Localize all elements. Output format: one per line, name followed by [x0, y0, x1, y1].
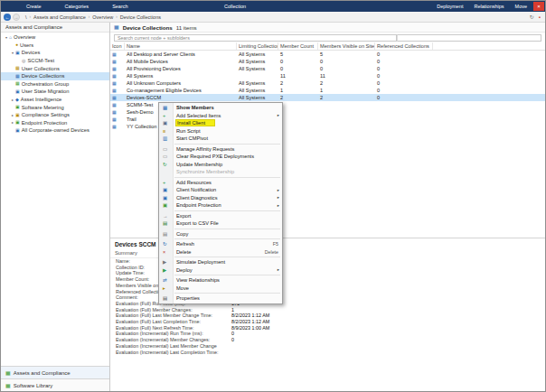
- column-header-limiting-collection[interactable]: Limiting Collection: [237, 42, 278, 50]
- sidebar-item-orchestration-group[interactable]: ▦Orchestration Group: [1, 80, 109, 89]
- menu-item-client-notification[interactable]: ▣Client Notification▸: [159, 186, 282, 194]
- sidebar-item-software-metering[interactable]: ▣Software Metering: [1, 103, 109, 111]
- column-header-referenced-collections[interactable]: Referenced Collections: [375, 42, 433, 50]
- table-row-all-provisioning-devices[interactable]: ▦All Provisioning DevicesAll Systems000: [110, 65, 545, 72]
- ribbon-tab-deployment[interactable]: Deployment: [437, 1, 463, 12]
- nav-alert-icon[interactable]: ▪: [539, 14, 541, 20]
- cell-referenced-collections: 0: [375, 79, 433, 87]
- app-window: CreateCategoriesSearch Collection Deploy…: [0, 0, 546, 392]
- menu-item-manage-affinity-requests[interactable]: ▭Manage Affinity Requests: [159, 145, 282, 154]
- ribbon-tab-move[interactable]: Move: [515, 1, 527, 12]
- menu-item-move[interactable]: ▸Move: [159, 285, 282, 293]
- cell-limiting-collection: All Systems: [237, 79, 278, 87]
- cell-members-visible: 0: [318, 65, 375, 72]
- sidebar-item-device-collections[interactable]: ▦Device Collections: [1, 72, 109, 80]
- sidebar-item-all-corporate-owned-devices[interactable]: ▣All Corporate-owned Devices: [1, 126, 109, 135]
- table-row-all-mobile-devices[interactable]: ▦All Mobile DevicesAll Systems000: [110, 58, 545, 65]
- column-header-member-count[interactable]: Member Count: [278, 42, 318, 50]
- column-header-name[interactable]: Name: [125, 42, 237, 50]
- menu-item-export-to-csv-file[interactable]: ▤Export to CSV File: [159, 219, 282, 228]
- table-row-co-management-eligible-devices[interactable]: ▦Co-management Eligible DevicesAll Syste…: [110, 87, 545, 94]
- table-row-all-desktop-and-server-clients[interactable]: ▦All Desktop and Server ClientsAll Syste…: [110, 51, 545, 58]
- menu-item-label: Endpoint Protection: [176, 202, 221, 208]
- menu-item-clear-required-pxe-deployments[interactable]: ▭Clear Required PXE Deployments: [159, 153, 282, 161]
- row-icon-cell: ▦: [110, 94, 125, 101]
- sidebar-item-overview[interactable]: ▾⌂Overview: [1, 33, 109, 42]
- menu-item-deploy[interactable]: ▶Deploy▸: [159, 266, 282, 275]
- detail-field-value: 0: [231, 337, 234, 342]
- search-input[interactable]: Search current node + subfolders: [114, 34, 397, 42]
- forward-icon[interactable]: →: [13, 14, 20, 21]
- column-header-icon[interactable]: Icon: [110, 42, 125, 50]
- breadcrumb-item-assets-and-compliance[interactable]: Assets and Compliance: [33, 14, 86, 20]
- column-header-members-visible-on-site[interactable]: Members Visible on Site: [318, 42, 375, 50]
- menu-item-export[interactable]: →Export: [159, 212, 282, 220]
- back-icon[interactable]: ←: [4, 14, 11, 21]
- menu-item-delete[interactable]: ×DeleteDelete: [159, 248, 282, 257]
- menu-item-add-selected-items[interactable]: +Add Selected Items▸: [159, 112, 282, 120]
- table-row-all-unknown-computers[interactable]: ▦All Unknown ComputersAll Systems220: [110, 79, 545, 87]
- menu-item-update-membership[interactable]: ↻Update Membership: [159, 161, 282, 169]
- compliance-icon: ▣: [15, 113, 20, 117]
- menu-item-label: Client Notification: [176, 187, 216, 192]
- sidebar-item-user-state-migration[interactable]: ▣User State Migration: [1, 88, 109, 96]
- ribbon-tab-create[interactable]: Create: [26, 1, 42, 12]
- corp-devices-icon: ▣: [15, 128, 20, 133]
- sidebar-header: Assets and Compliance: [1, 23, 109, 33]
- table-row-all-systems[interactable]: ▦All Systems11110: [110, 72, 545, 79]
- menu-item-label: View Relationships: [176, 277, 220, 283]
- menu-item-start-cmpivot[interactable]: ▥Start CMPivot: [159, 135, 282, 143]
- menu-item-endpoint-protection[interactable]: ▣Endpoint Protection▸: [159, 201, 282, 210]
- menu-item-label: Client Diagnostics: [176, 195, 218, 201]
- collection-icon: ▦: [112, 81, 117, 86]
- menu-item-synchronize-membership: Synchronize Membership: [159, 168, 282, 176]
- menu-item-show-members[interactable]: ▦Show Members: [159, 104, 282, 112]
- close-icon[interactable]: ×: [533, 2, 544, 11]
- column-header-filler: [433, 42, 545, 50]
- sidebar-item-asset-intelligence[interactable]: ▸◆Asset Intelligence: [1, 96, 109, 104]
- workspace-button-assets-and-compliance[interactable]: ▦Assets and Compliance: [1, 366, 109, 378]
- navigation-bar: ← → \ ›Assets and Compliance›Overview›De…: [1, 12, 545, 23]
- menu-item-view-relationships[interactable]: ⇄View Relationships: [159, 276, 282, 285]
- cell-limiting-collection: All Systems: [237, 58, 278, 65]
- sidebar-item-compliance-settings[interactable]: ▸▣Compliance Settings: [1, 111, 109, 119]
- cell-member-count: 2: [278, 94, 318, 101]
- submenu-arrow-icon: ▸: [278, 267, 279, 272]
- collection-icon: ▦: [112, 103, 117, 107]
- workspace-button-software-library[interactable]: ▦Software Library: [1, 378, 109, 391]
- detail-field-label: Evaluation (Full) Member Changes:: [116, 307, 231, 313]
- sidebar-tree: ▾⌂Overview●Users▾▣Devices◎SCCM-Test▦User…: [1, 33, 109, 135]
- detail-field-label: Evaluation (Incremental) Last Completion…: [116, 350, 231, 356]
- row-icon-cell: ▦: [110, 87, 125, 94]
- table-row-devices-sccm[interactable]: ▦Devices-SCCMAll Systems220: [110, 94, 545, 101]
- sidebar-item-sccm-test[interactable]: ◎SCCM-Test: [1, 57, 109, 65]
- csv-icon: ▤: [163, 219, 167, 228]
- cmpivot-icon: ▥: [163, 135, 167, 143]
- detail-field-evaluation-full-last-completion-time: Evaluation (Full) Last Completion Time:8…: [110, 319, 545, 325]
- breadcrumb-item-overview[interactable]: Overview: [92, 14, 113, 20]
- menu-item-refresh[interactable]: ↻RefreshF5: [159, 240, 282, 248]
- sidebar-item-user-collections[interactable]: ▦User Collections: [1, 64, 109, 72]
- ribbon-tab-search[interactable]: Search: [112, 1, 127, 12]
- affinity-icon: ▭: [163, 145, 167, 154]
- menu-item-copy[interactable]: ▤Copy: [159, 230, 282, 238]
- menu-item-add-resources[interactable]: +Add Resources: [159, 179, 282, 187]
- menu-item-install-client[interactable]: ▣Install Client: [159, 119, 282, 127]
- collection-icon: ▦: [112, 60, 117, 64]
- breadcrumb-item-device-collections[interactable]: Device Collections: [120, 14, 161, 20]
- ribbon-tab-relationships[interactable]: Relationships: [475, 1, 504, 12]
- menu-item-properties[interactable]: ▤Properties: [159, 294, 282, 303]
- sidebar-item-users[interactable]: ●Users: [1, 42, 109, 50]
- menu-item-client-diagnostics[interactable]: ▣Client Diagnostics▸: [159, 194, 282, 202]
- relationships-icon: ⇄: [163, 276, 167, 285]
- nav-refresh-icon[interactable]: ↻: [530, 14, 534, 20]
- sidebar-item-endpoint-protection[interactable]: ▸▣Endpoint Protection: [1, 119, 109, 127]
- software-workspace-icon: ▦: [5, 383, 11, 388]
- ribbon-tab-categories[interactable]: Categories: [65, 1, 89, 12]
- cell-members-visible: 1: [318, 87, 375, 94]
- menu-item-simulate-deployment[interactable]: ▶Simulate Deployment: [159, 258, 282, 266]
- sidebar-item-devices[interactable]: ▾▣Devices: [1, 49, 109, 57]
- ribbon-tab-collection[interactable]: Collection: [224, 1, 246, 12]
- menu-item-run-script[interactable]: ≡Run Script: [159, 127, 282, 135]
- search-criteria-area[interactable]: [397, 34, 541, 42]
